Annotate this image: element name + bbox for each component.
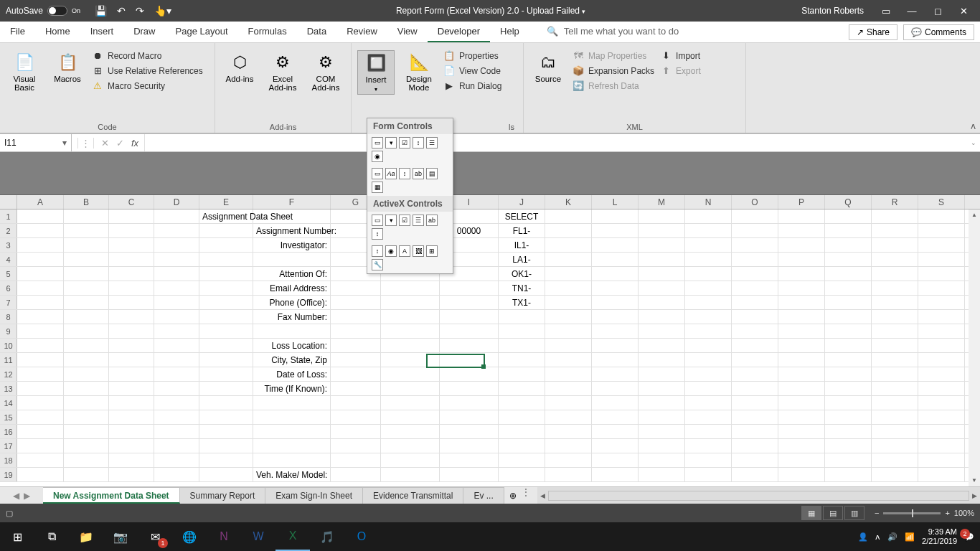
cell-N10[interactable] — [685, 339, 732, 352]
zoom-level[interactable]: 100% — [954, 509, 974, 517]
cell-Q13[interactable] — [825, 382, 872, 395]
map-properties-button[interactable]: 🗺Map Properties — [573, 50, 654, 61]
cell-K2[interactable] — [545, 224, 592, 237]
cell-R18[interactable] — [872, 453, 918, 467]
cell-P16[interactable] — [778, 425, 825, 438]
cell-L6[interactable] — [592, 281, 639, 295]
group-control-icon[interactable]: ▭ — [372, 168, 383, 179]
cell-G8[interactable] — [331, 310, 381, 324]
cell-B2[interactable] — [64, 224, 109, 237]
tab-file[interactable]: File — [0, 22, 35, 42]
macro-security-button[interactable]: ⚠Macro Security — [92, 80, 203, 91]
cell-E11[interactable] — [199, 353, 253, 367]
autosave-toggle[interactable]: AutoSave On — [0, 6, 86, 16]
cell-Q2[interactable] — [825, 224, 872, 237]
cell-F13[interactable]: Time (If Known): — [253, 382, 331, 395]
cell-R16[interactable] — [872, 425, 918, 438]
row-header-18[interactable]: 18 — [0, 453, 17, 467]
cell-R3[interactable] — [872, 238, 918, 252]
cell-L18[interactable] — [592, 453, 639, 467]
cell-N7[interactable] — [685, 296, 732, 309]
col-R[interactable]: R — [872, 195, 918, 209]
cell-D2[interactable] — [154, 224, 199, 237]
cell-A12[interactable] — [17, 367, 64, 381]
cell-R5[interactable] — [872, 267, 918, 281]
cell-K19[interactable] — [545, 468, 592, 481]
cell-Q4[interactable] — [825, 253, 872, 266]
cell-A3[interactable] — [17, 238, 64, 252]
cell-L7[interactable] — [592, 296, 639, 309]
cell-D5[interactable] — [154, 267, 199, 281]
cell-N9[interactable] — [685, 324, 732, 338]
cell-L15[interactable] — [592, 410, 639, 424]
cell-N2[interactable] — [685, 224, 732, 237]
cell-O7[interactable] — [732, 296, 778, 309]
cell-S15[interactable] — [918, 410, 965, 424]
cell-H18[interactable] — [381, 453, 440, 467]
minimize-icon[interactable]: — — [905, 6, 918, 17]
cell-K5[interactable] — [545, 267, 592, 281]
cell-L11[interactable] — [592, 353, 639, 367]
cell-C4[interactable] — [109, 253, 154, 266]
col-M[interactable]: M — [639, 195, 685, 209]
cell-S18[interactable] — [918, 453, 965, 467]
cell-F16[interactable] — [253, 425, 331, 438]
cell-C10[interactable] — [109, 339, 154, 352]
cell-E7[interactable] — [199, 296, 253, 309]
cell-B18[interactable] — [64, 453, 109, 467]
close-icon[interactable]: ✕ — [957, 6, 970, 17]
cell-K1[interactable] — [545, 209, 592, 223]
ax-label-icon[interactable]: A — [399, 245, 410, 257]
cell-B5[interactable] — [64, 267, 109, 281]
checkbox-control-icon[interactable]: ☑ — [399, 137, 410, 149]
cell-J9[interactable] — [499, 324, 545, 338]
cell-M16[interactable] — [639, 425, 685, 438]
cell-N5[interactable] — [685, 267, 732, 281]
chevron-down-icon[interactable]: ▾ — [62, 138, 67, 148]
cell-B10[interactable] — [64, 339, 109, 352]
cell-H9[interactable] — [381, 324, 440, 338]
cell-O5[interactable] — [732, 267, 778, 281]
cell-K14[interactable] — [545, 396, 592, 410]
visual-basic-button[interactable]: 📄Visual Basic — [6, 50, 43, 93]
cell-C1[interactable] — [109, 209, 154, 223]
cell-L14[interactable] — [592, 396, 639, 410]
cell-M7[interactable] — [639, 296, 685, 309]
sheet-options-icon[interactable]: ⋮ — [522, 487, 529, 504]
cell-G12[interactable] — [331, 367, 381, 381]
page-layout-view-button[interactable]: ▤ — [823, 506, 843, 520]
clock[interactable]: 9:39 AM 2/21/2019 — [922, 527, 957, 546]
cell-G18[interactable] — [331, 453, 381, 467]
cell-M13[interactable] — [639, 382, 685, 395]
row-header-12[interactable]: 12 — [0, 367, 17, 381]
start-button[interactable]: ⊞ — [0, 522, 34, 551]
cell-H11[interactable] — [381, 353, 440, 367]
col-J[interactable]: J — [499, 195, 545, 209]
cell-H17[interactable] — [381, 439, 440, 453]
ax-spin-icon[interactable]: ↕ — [372, 245, 383, 257]
cell-C14[interactable] — [109, 396, 154, 410]
cell-D13[interactable] — [154, 382, 199, 395]
cell-P9[interactable] — [778, 324, 825, 338]
cell-R19[interactable] — [872, 468, 918, 481]
zoom-control[interactable]: − + 100% — [875, 509, 974, 517]
cell-D10[interactable] — [154, 339, 199, 352]
cell-M8[interactable] — [639, 310, 685, 324]
col-S[interactable]: S — [918, 195, 965, 209]
cell-P5[interactable] — [778, 267, 825, 281]
use-relative-references-button[interactable]: ⊞Use Relative References — [92, 65, 203, 76]
cell-C12[interactable] — [109, 367, 154, 381]
undo-icon[interactable]: ↶ — [117, 5, 126, 17]
cell-N1[interactable] — [685, 209, 732, 223]
cell-R9[interactable] — [872, 324, 918, 338]
macro-record-icon[interactable]: ▢ — [6, 509, 13, 518]
cell-P1[interactable] — [778, 209, 825, 223]
tab-insert[interactable]: Insert — [80, 22, 124, 42]
share-button[interactable]: ↗Share — [849, 24, 897, 40]
cell-J2[interactable]: FL1- — [499, 224, 545, 237]
cell-S8[interactable] — [918, 310, 965, 324]
list-control-icon[interactable]: ☰ — [426, 137, 438, 149]
cell-M19[interactable] — [639, 468, 685, 481]
cell-I7[interactable] — [440, 296, 499, 309]
cell-P12[interactable] — [778, 367, 825, 381]
